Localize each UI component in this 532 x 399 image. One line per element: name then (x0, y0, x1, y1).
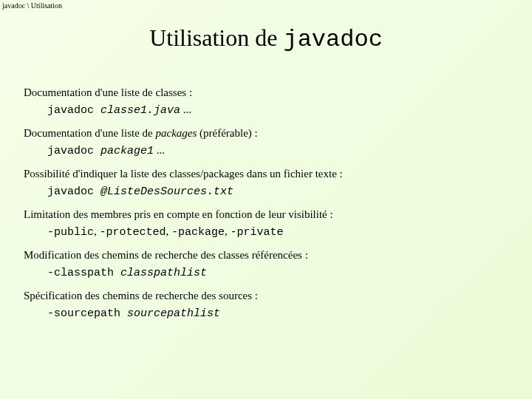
section-cmd: javadoc @ListeDesSources.txt (47, 185, 508, 198)
cmd-sep: , (94, 225, 100, 237)
cmd-arg: @ListeDesSources.txt (100, 185, 233, 198)
cmd-text: -classpath (47, 267, 120, 279)
breadcrumb: javadoc \ Utilisation (0, 0, 532, 11)
section-desc: Modification des chemins de recherche de… (24, 249, 508, 262)
section-desc: Possibilité d'indiquer la liste des clas… (24, 168, 508, 180)
cmd-opt: -protected (100, 226, 166, 239)
cmd-text: javadoc (47, 185, 100, 198)
content-body: Documentation d'une liste de classes : j… (0, 86, 532, 320)
desc-post: (préférable) : (197, 127, 257, 139)
section-cmd: -sourcepath sourcepathlist (47, 307, 508, 320)
desc-em: packages (156, 127, 197, 139)
cmd-sep: , (225, 225, 231, 237)
cmd-arg: classpathlist (120, 267, 207, 279)
desc-text: Documentation d'une liste de (24, 127, 156, 139)
desc-text: Possibilité d'indiquer la liste des clas… (24, 168, 343, 180)
page-title: Utilisation de javadoc (0, 24, 532, 53)
section-cmd: -public, -protected, -package, -private (47, 225, 508, 239)
section-desc: Spécification des chemins de recherche d… (24, 290, 508, 302)
section-cmd: javadoc classe1.java ... (47, 103, 508, 117)
section-desc: Limitation des membres pris en compte en… (24, 208, 508, 221)
title-mono: javadoc (283, 26, 382, 53)
desc-text: Modification des chemins de recherche de… (24, 249, 308, 261)
section-cmd: javadoc package1 ... (47, 144, 508, 157)
cmd-tail: ... (180, 103, 191, 115)
cmd-text: -sourcepath (47, 307, 127, 320)
cmd-opt: -package (171, 226, 225, 239)
title-prefix: Utilisation de (149, 24, 283, 51)
cmd-arg: classe1.java (100, 104, 180, 117)
desc-text: Limitation des membres pris en compte en… (24, 208, 333, 220)
cmd-opt: -private (231, 226, 284, 239)
desc-text: Documentation d'une liste de classes : (24, 86, 192, 98)
desc-text: Spécification des chemins de recherche d… (24, 290, 258, 301)
cmd-arg: sourcepathlist (127, 307, 220, 320)
section-desc: Documentation d'une liste de packages (p… (24, 127, 508, 140)
cmd-sep: , (166, 225, 172, 237)
cmd-text: javadoc (47, 145, 100, 157)
cmd-tail: ... (154, 144, 165, 156)
section-desc: Documentation d'une liste de classes : (24, 86, 508, 99)
cmd-text: javadoc (47, 104, 100, 117)
cmd-opt: -public (47, 226, 94, 239)
cmd-arg: package1 (100, 145, 154, 157)
section-cmd: -classpath classpathlist (47, 266, 508, 279)
